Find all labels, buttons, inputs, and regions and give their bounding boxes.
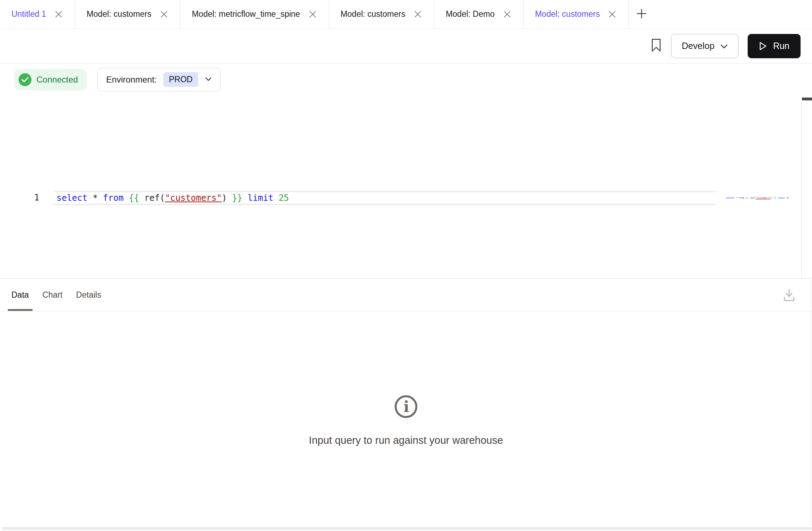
download-button[interactable]	[782, 287, 796, 304]
code-line-content: select * from {{ ref("customers") }} lim…	[56, 193, 289, 203]
close-icon[interactable]	[608, 10, 617, 19]
results-tab-list: DataChartDetails	[11, 279, 101, 311]
close-icon[interactable]	[159, 10, 169, 19]
close-icon[interactable]	[502, 10, 512, 19]
bookmark-button[interactable]	[650, 38, 662, 54]
results-empty-state: i Input query to run against your wareho…	[0, 394, 812, 446]
sql-editor[interactable]: 1 select * from {{ ref("customers") }} l…	[0, 95, 812, 278]
tab-untitled-1[interactable]: Untitled 1	[0, 0, 75, 28]
results-tab-chart[interactable]: Chart	[43, 279, 63, 311]
editor-minimap[interactable]: select * from {{ ref("customers") }} lim…	[718, 194, 800, 202]
tab-label: Model: customers	[341, 9, 406, 19]
tab-label: Model: metricflow_time_spine	[192, 9, 300, 19]
status-bar: Connected Environment: PROD	[0, 64, 812, 95]
connection-status-label: Connected	[36, 75, 78, 85]
run-button-label: Run	[773, 41, 789, 51]
info-icon: i	[393, 394, 419, 421]
close-icon[interactable]	[413, 10, 422, 19]
line-number: 1	[0, 193, 39, 203]
ide-window: Untitled 1Model: customersModel: metricf…	[0, 0, 812, 531]
horizontal-scrollbar-track	[2, 527, 812, 530]
connection-status-badge: Connected	[14, 69, 86, 90]
chevron-down-icon	[720, 41, 728, 51]
tab-label: Model: customers	[535, 9, 600, 19]
environment-value-badge: PROD	[163, 72, 198, 87]
svg-text:i: i	[403, 398, 409, 416]
tab-label: Untitled 1	[11, 9, 46, 19]
results-tabs-row: DataChartDetails	[0, 279, 812, 311]
environment-select[interactable]: Environment: PROD	[97, 68, 221, 91]
check-icon	[19, 73, 31, 86]
tab-model-metricflow-time-spine[interactable]: Model: metricflow_time_spine	[180, 0, 329, 28]
tab-model-customers[interactable]: Model: customers	[524, 0, 629, 28]
empty-state-message: Input query to run against your warehous…	[309, 435, 503, 446]
tab-model-customers[interactable]: Model: customers	[329, 0, 435, 28]
plus-icon	[635, 8, 648, 21]
new-tab-button[interactable]	[629, 0, 654, 28]
minimap-line: select * from {{ ref("customers") }} lim…	[726, 197, 789, 199]
download-icon	[782, 299, 796, 304]
bookmark-icon	[650, 38, 662, 54]
tab-model-customers[interactable]: Model: customers	[75, 0, 180, 28]
tab-list: Untitled 1Model: customersModel: metricf…	[0, 0, 629, 28]
close-icon[interactable]	[308, 10, 317, 19]
chevron-down-icon	[205, 76, 212, 83]
tab-label: Model: customers	[86, 9, 152, 19]
play-icon	[759, 41, 767, 51]
run-button[interactable]: Run	[748, 34, 801, 58]
close-icon[interactable]	[54, 10, 63, 19]
toolbar: Develop Run	[0, 29, 812, 64]
editor-scrollbar-thumb[interactable]	[802, 98, 812, 100]
environment-label: Environment:	[106, 75, 157, 85]
results-panel: DataChartDetails i Input query to	[0, 279, 812, 531]
active-line[interactable]: select * from {{ ref("customers") }} lim…	[54, 191, 716, 205]
tab-model-demo[interactable]: Model: Demo	[434, 0, 524, 28]
results-tab-data[interactable]: Data	[11, 279, 29, 311]
tab-label: Model: Demo	[446, 9, 495, 19]
develop-button[interactable]: Develop	[671, 34, 738, 58]
editor-scrollbar-track	[801, 95, 812, 278]
results-tab-details[interactable]: Details	[76, 279, 101, 311]
develop-button-label: Develop	[682, 41, 714, 51]
tab-bar: Untitled 1Model: customersModel: metricf…	[0, 0, 812, 29]
